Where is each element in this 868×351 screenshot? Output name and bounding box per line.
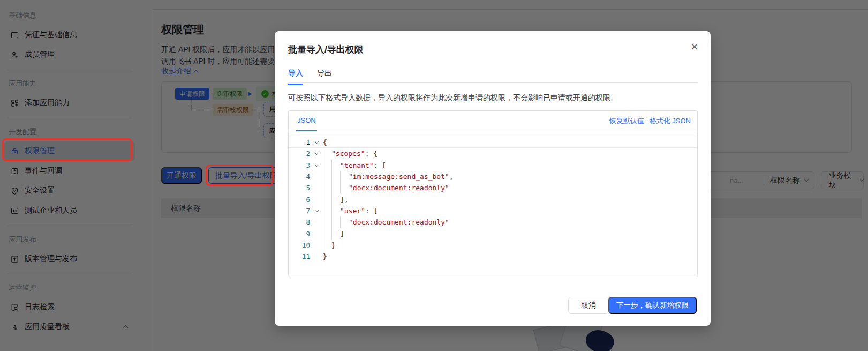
line-number: 6	[289, 196, 310, 204]
indent-guide	[323, 148, 331, 159]
indent-guide	[340, 171, 349, 182]
code-text: }	[323, 251, 327, 262]
indent-guide	[340, 216, 349, 228]
code-line-1[interactable]: 1{	[289, 137, 697, 148]
tab-import[interactable]: 导入	[288, 69, 303, 85]
indent-guide	[331, 205, 340, 216]
line-number: 9	[289, 230, 310, 238]
line-number: 11	[289, 252, 310, 260]
code-line-6[interactable]: 6],	[289, 193, 697, 205]
fold-chevron-down-icon[interactable]	[310, 141, 323, 143]
code-area[interactable]: 1{2"scopes": {3"tenant": [4"im:message:s…	[289, 131, 697, 262]
indent-guide	[323, 193, 331, 205]
line-number: 4	[289, 173, 310, 181]
code-text: }	[331, 240, 336, 251]
json-editor[interactable]: JSON 恢复默认值 格式化 JSON 1{2"scopes": {3"tena…	[288, 110, 698, 277]
indent-guide	[323, 160, 331, 171]
line-number: 2	[289, 150, 310, 158]
code-line-4[interactable]: 4"im:message:send_as_bot",	[289, 171, 697, 182]
editor-lang-tab[interactable]: JSON	[296, 111, 317, 131]
code-text: "docx:document:readonly"	[349, 182, 449, 193]
fold-chevron-down-icon[interactable]	[310, 153, 323, 154]
code-text: ],	[340, 193, 349, 205]
indent-guide	[323, 216, 331, 228]
code-text: "im:message:send_as_bot",	[349, 171, 454, 182]
indent-guide	[323, 228, 331, 239]
code-text: "user": [	[340, 205, 378, 216]
line-number: 7	[289, 207, 310, 215]
code-text: ]	[340, 228, 344, 239]
code-line-5[interactable]: 5"docx:document:readonly"	[289, 182, 697, 193]
line-number: 3	[289, 161, 310, 169]
indent-guide	[323, 171, 331, 182]
indent-guide	[331, 216, 340, 228]
fold-chevron-down-icon[interactable]	[310, 210, 323, 212]
restore-default-link[interactable]: 恢复默认值	[609, 116, 644, 126]
confirm-next-step-button[interactable]: 下一步，确认新增权限	[608, 297, 697, 314]
line-number: 5	[289, 184, 310, 192]
line-number: 8	[289, 218, 310, 226]
annotation-box-batch-button	[206, 165, 274, 186]
fold-chevron-down-icon[interactable]	[310, 165, 323, 166]
indent-guide	[331, 228, 340, 239]
indent-guide	[331, 160, 340, 171]
code-line-10[interactable]: 10}	[289, 240, 697, 251]
modal-title: 批量导入/导出权限	[288, 43, 364, 56]
code-line-3[interactable]: 3"tenant": [	[289, 160, 697, 171]
divider	[288, 82, 698, 83]
cancel-button[interactable]: 取消	[568, 297, 609, 314]
code-line-9[interactable]: 9]	[289, 228, 697, 239]
annotation-box-sidebar-permissions	[2, 138, 132, 161]
indent-guide	[340, 182, 349, 193]
screen: 基础信息凭证与基础信息成员管理应用能力添加应用能力开发配置权限管理事件与回调安全…	[0, 0, 868, 351]
code-text: "scopes": {	[331, 148, 378, 159]
indent-guide	[323, 240, 331, 251]
indent-guide	[323, 205, 331, 216]
indent-guide	[331, 182, 340, 193]
code-text: {	[323, 137, 327, 147]
code-line-2[interactable]: 2"scopes": {	[289, 148, 697, 159]
indent-guide	[331, 193, 340, 205]
indent-guide	[331, 171, 340, 182]
code-line-8[interactable]: 8"docx:document:readonly"	[289, 216, 697, 228]
code-line-7[interactable]: 7"user": [	[289, 205, 697, 216]
modal-description: 可按照以下格式导入数据，导入的权限将作为此次新增申请的权限，不会影响已申请或开通…	[288, 93, 610, 103]
editor-header: JSON 恢复默认值 格式化 JSON	[289, 111, 697, 131]
code-text: "docx:document:readonly"	[349, 216, 449, 228]
tab-export[interactable]: 导出	[317, 69, 332, 85]
indent-guide	[323, 182, 331, 193]
code-line-11[interactable]: 11}	[289, 251, 697, 262]
format-json-link[interactable]: 格式化 JSON	[650, 116, 691, 126]
close-icon[interactable]: ✕	[690, 42, 699, 52]
code-text: "tenant": [	[340, 160, 386, 171]
line-number: 1	[289, 138, 310, 146]
modal-tabs: 导入 导出	[288, 69, 332, 85]
line-number: 10	[289, 241, 310, 249]
batch-import-export-modal: 批量导入/导出权限 ✕ 导入 导出 可按照以下格式导入数据，导入的权限将作为此次…	[275, 31, 711, 326]
